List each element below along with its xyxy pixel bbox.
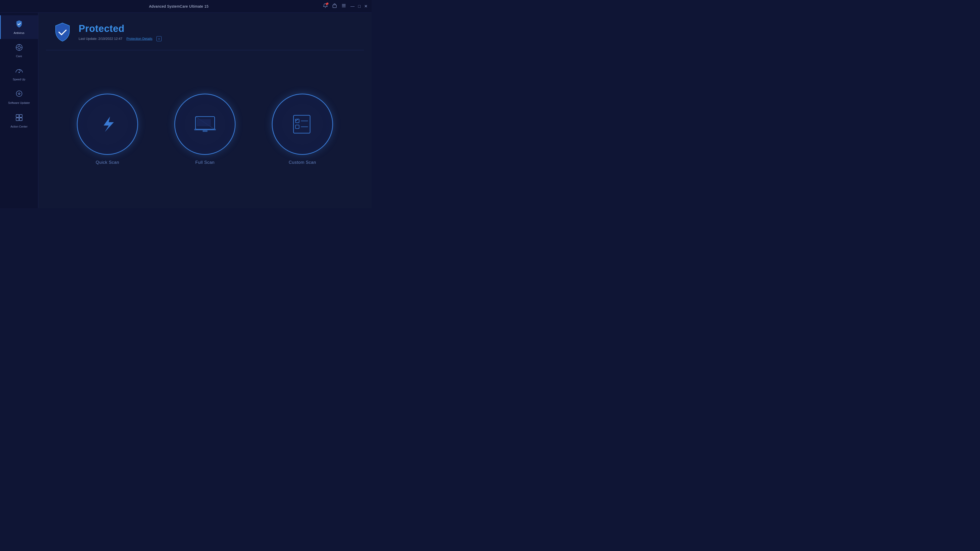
protection-details-link[interactable]: Protection Details [126, 37, 152, 41]
title-bar-right: — □ ✕ [323, 3, 368, 10]
full-scan-button[interactable]: Full Scan [174, 94, 235, 165]
sidebar-item-speedup[interactable]: Speed Up [0, 62, 38, 86]
svg-point-12 [18, 72, 20, 73]
svg-rect-14 [16, 114, 19, 118]
full-scan-icon [193, 114, 217, 135]
minimize-button[interactable]: — [350, 4, 355, 8]
speedup-icon [15, 67, 23, 76]
quick-scan-icon [96, 113, 119, 136]
quick-scan-label: Quick Scan [96, 160, 119, 165]
svg-rect-1 [333, 5, 336, 8]
sidebar-item-antivirus[interactable]: Antivirus [0, 15, 38, 39]
svg-point-6 [18, 46, 21, 49]
quick-scan-circle [77, 94, 138, 155]
sidebar-item-software-updater[interactable]: Software Updater [0, 86, 38, 109]
status-text-block: Protected Last Update: 2/10/2022 12:47 P… [79, 23, 162, 41]
svg-rect-23 [293, 115, 310, 133]
action-center-icon [15, 114, 23, 123]
sidebar-item-label-speedup: Speed Up [13, 78, 25, 81]
software-updater-icon [15, 90, 23, 99]
status-subtitle: Last Update: 2/10/2022 12:47 Protection … [79, 36, 162, 41]
svg-rect-15 [19, 114, 22, 118]
custom-scan-circle [272, 94, 333, 155]
antivirus-icon [15, 20, 23, 29]
svg-rect-22 [197, 119, 211, 126]
shield-status-icon [54, 22, 72, 42]
status-section: Protected Last Update: 2/10/2022 12:47 P… [38, 13, 372, 50]
svg-rect-16 [16, 118, 19, 121]
maximize-button[interactable]: □ [358, 4, 361, 8]
custom-scan-icon [291, 113, 314, 136]
plus-button[interactable]: + [156, 36, 162, 41]
full-scan-label: Full Scan [195, 160, 215, 165]
status-title: Protected [79, 23, 162, 34]
sidebar-item-label-care: Care [16, 55, 22, 58]
bell-icon[interactable] [323, 3, 328, 10]
sidebar-item-care[interactable]: Care [0, 39, 38, 62]
custom-scan-button[interactable]: Custom Scan [272, 94, 333, 165]
app-title: Advanced SystemCare Ultimate 15 [149, 4, 208, 8]
sidebar: Antivirus Care [0, 13, 38, 208]
scan-section: Quick Scan Full Scan [38, 50, 372, 208]
svg-rect-17 [19, 118, 22, 121]
care-icon [15, 44, 23, 52]
svg-point-0 [326, 3, 328, 5]
main-layout: Antivirus Care [0, 13, 372, 208]
svg-rect-26 [296, 125, 299, 129]
sidebar-item-action-center[interactable]: Action Center [0, 109, 38, 133]
window-controls: — □ ✕ [350, 4, 368, 8]
custom-scan-label: Custom Scan [289, 160, 316, 165]
svg-rect-19 [194, 129, 216, 130]
sidebar-item-label-antivirus: Antivirus [14, 32, 24, 35]
quick-scan-button[interactable]: Quick Scan [77, 94, 138, 165]
sidebar-item-label-action-center: Action Center [11, 125, 27, 128]
svg-rect-20 [203, 130, 207, 132]
last-update-text: Last Update: 2/10/2022 12:47 [79, 37, 122, 41]
sidebar-item-label-software-updater: Software Updater [8, 101, 30, 105]
menu-icon[interactable] [341, 3, 346, 10]
title-bar: Advanced SystemCare Ultimate 15 — □ [0, 0, 372, 13]
close-button[interactable]: ✕ [364, 4, 368, 8]
full-scan-circle [174, 94, 235, 155]
content-area: Protected Last Update: 2/10/2022 12:47 P… [38, 13, 372, 208]
bag-icon[interactable] [332, 3, 337, 10]
